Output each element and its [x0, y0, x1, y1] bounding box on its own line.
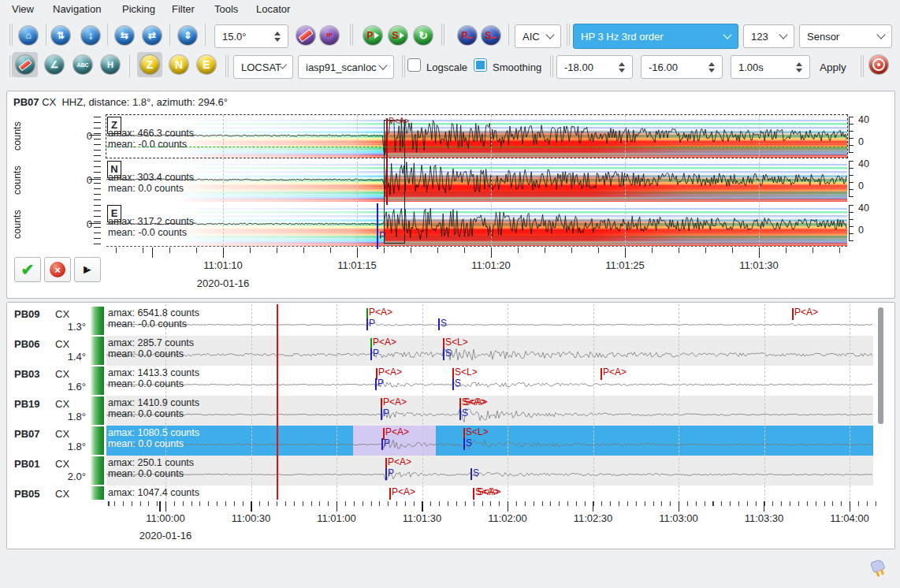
- row-trace-area[interactable]: amax: 1413.3 counts mean: 0.0 counts P<A…: [106, 366, 873, 396]
- menu-tools[interactable]: Tools: [214, 3, 238, 15]
- spin-up-icon[interactable]: [619, 62, 625, 66]
- pick-line[interactable]: [381, 408, 382, 420]
- apply-button[interactable]: Apply: [820, 61, 846, 73]
- logscale-label[interactable]: Logscale: [426, 61, 467, 73]
- reset-zoom-button[interactable]: ⇕: [178, 26, 197, 45]
- scale-combo[interactable]: 123: [743, 24, 794, 48]
- time-tick-label: 11:03:00: [659, 512, 698, 524]
- station-row-pb06[interactable]: PB06 CX 1.4° amax: 285.7 counts mean: 0.…: [7, 336, 893, 366]
- unit-combo[interactable]: Sensor: [799, 24, 892, 48]
- angle-tool-button[interactable]: ∠: [45, 55, 64, 74]
- pick-line[interactable]: [792, 308, 794, 320]
- spin-down-icon[interactable]: [274, 38, 281, 42]
- station-row-pb05[interactable]: PB05 CX amax: 1047.4 counts P<A>S<A>: [7, 486, 893, 500]
- spectrum-high-spinbox[interactable]: -16.00: [641, 55, 723, 79]
- menu-filter[interactable]: Filter: [172, 3, 195, 15]
- pick-line[interactable]: [473, 488, 474, 500]
- goto-next-s-button[interactable]: S: [389, 26, 407, 45]
- pick-line[interactable]: [370, 348, 372, 360]
- show-s-picks-button[interactable]: S: [482, 26, 500, 45]
- pick-line[interactable]: [470, 468, 472, 480]
- row-trace-area[interactable]: amax: 285.7 counts mean: 0.0 counts P<A>…: [106, 336, 873, 366]
- trace-z[interactable]: Z amax: 466.3 counts mean: -0.0 counts: [106, 115, 847, 158]
- station-row-pb07-selected[interactable]: PB07 CX 1.8° amax: 1080.5 counts mean: 0…: [7, 426, 893, 456]
- row-trace-area[interactable]: amax: 1047.4 counts P<A>S<A>: [106, 486, 873, 500]
- measure-mode-button[interactable]: [13, 52, 38, 77]
- trace-n[interactable]: N amax: 303.4 counts mean: 0.0 counts: [106, 159, 847, 202]
- menu-navigation[interactable]: Navigation: [53, 3, 101, 15]
- station-row-pb03[interactable]: PB03 CX 1.6° amax: 1413.3 counts mean: 0…: [7, 366, 893, 396]
- spin-down-icon[interactable]: [619, 69, 625, 73]
- row-trace-area[interactable]: amax: 1410.9 counts mean: 0.0 counts P<A…: [106, 396, 873, 426]
- trace-e[interactable]: E amax: 317.2 counts mean: -0.0 counts: [106, 203, 847, 247]
- row-trace-area[interactable]: amax: 6541.8 counts mean: -0.0 counts P<…: [106, 306, 873, 336]
- pick-line[interactable]: [375, 378, 377, 390]
- pick-line[interactable]: [459, 408, 461, 420]
- pick-label: P: [377, 378, 384, 389]
- station-row-pb01[interactable]: PB01 CX 2.0° amax: 250.1 counts mean: 0.…: [7, 456, 893, 486]
- time-zoom-in-button[interactable]: ⇄: [143, 26, 162, 45]
- spectrum-low-spinbox[interactable]: -18.00: [556, 55, 633, 79]
- accept-button[interactable]: ✔: [14, 257, 41, 282]
- profile-combo[interactable]: iasp91_scanloc: [298, 55, 394, 79]
- pick-line[interactable]: [366, 318, 368, 330]
- time-gridline: [223, 115, 224, 246]
- locator-combo[interactable]: LOCSAT: [233, 55, 293, 79]
- locate-button[interactable]: [869, 55, 888, 74]
- row-trace-area[interactable]: amax: 250.1 counts mean: 0.0 counts P<A>…: [106, 456, 873, 486]
- p-pick-line[interactable]: [386, 118, 388, 205]
- spinner-buttons[interactable]: [619, 62, 625, 73]
- amplitude-zoom-button[interactable]: ⇅: [51, 26, 70, 45]
- show-p-picks-button[interactable]: P: [458, 26, 477, 45]
- spacing-tool-button[interactable]: H: [101, 55, 120, 74]
- spinner-buttons[interactable]: [708, 62, 715, 73]
- filter-combo[interactable]: HP 3 Hz 3rd order: [573, 24, 738, 49]
- spin-up-icon[interactable]: [796, 62, 802, 66]
- goto-next-p-button[interactable]: P: [363, 26, 382, 45]
- spin-up-icon[interactable]: [274, 32, 281, 35]
- time-step-spinbox[interactable]: 1.00s: [731, 55, 810, 79]
- spin-down-icon[interactable]: [708, 69, 715, 73]
- home-view-button[interactable]: ⌂: [19, 26, 38, 45]
- pick-line[interactable]: [438, 318, 440, 330]
- menu-picking[interactable]: Picking: [122, 3, 155, 15]
- smoothing-label[interactable]: Smoothing: [493, 61, 541, 73]
- quality-bar: [91, 396, 104, 425]
- pick-line[interactable]: [601, 368, 602, 380]
- measure-tool-button[interactable]: [296, 26, 315, 45]
- menu-view[interactable]: View: [12, 3, 34, 15]
- labels-tool-button[interactable]: ABC: [73, 55, 92, 74]
- rotation-spinbox[interactable]: 15.0°: [214, 24, 288, 48]
- component-e-button[interactable]: E: [197, 55, 216, 74]
- pick-line[interactable]: [443, 348, 444, 360]
- station-row-pb19[interactable]: PB19 CX 1.8° amax: 1410.9 counts mean: 0…: [7, 396, 893, 426]
- spinner-buttons[interactable]: [274, 32, 281, 42]
- relocate-button[interactable]: ↻: [414, 26, 433, 45]
- spinner-buttons[interactable]: [796, 62, 802, 73]
- p-manual-pick-line[interactable]: [377, 203, 378, 249]
- skip-button[interactable]: ►×: [74, 257, 101, 282]
- logscale-checkbox[interactable]: [407, 58, 421, 72]
- reject-button[interactable]: ×: [44, 257, 71, 282]
- smoothing-checkbox[interactable]: [474, 58, 487, 72]
- station-row-pb09[interactable]: PB09 CX 1.3° amax: 6541.8 counts mean: -…: [7, 306, 893, 336]
- amplitude-normalize-button[interactable]: ↨: [81, 26, 100, 45]
- pick-line[interactable]: [381, 438, 383, 450]
- pick-line[interactable]: [385, 468, 387, 480]
- vertical-scrollbar[interactable]: [878, 307, 883, 424]
- pick-label: P<A>: [383, 396, 407, 408]
- pick-label: P: [383, 408, 389, 419]
- spin-up-icon[interactable]: [708, 62, 715, 66]
- component-z-button[interactable]: Z: [137, 52, 162, 77]
- pick-line[interactable]: [463, 438, 465, 450]
- menu-locator[interactable]: Locator: [256, 3, 290, 15]
- pick-line[interactable]: [452, 378, 454, 390]
- time-zoom-out-button[interactable]: ⇆: [115, 26, 134, 45]
- component-n-button[interactable]: N: [169, 55, 188, 74]
- frequency-axis: 400: [849, 203, 880, 246]
- pick-line[interactable]: [389, 488, 391, 500]
- spin-down-icon[interactable]: [796, 69, 802, 73]
- ip-tool-button[interactable]: IP: [320, 26, 339, 45]
- row-trace-area[interactable]: amax: 1080.5 counts mean: 0.0 counts P<A…: [106, 426, 873, 456]
- picker-algorithm-combo[interactable]: AIC: [515, 24, 561, 48]
